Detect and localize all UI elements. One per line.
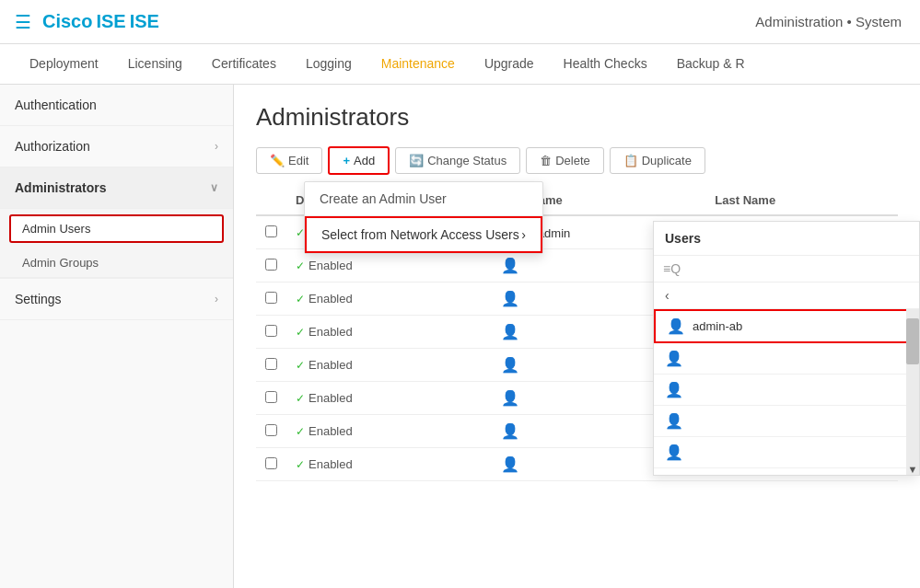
row-checkbox[interactable] (265, 391, 277, 403)
delete-label: Delete (555, 154, 590, 167)
add-label: Add (354, 154, 375, 167)
users-panel-header: Users (654, 222, 919, 256)
nav-logging[interactable]: Logging (291, 44, 367, 85)
user-icon: 👤 (501, 456, 519, 472)
users-panel: Users ≡Q ‹ 👤 admin-ab 👤 👤 (653, 221, 920, 476)
logo-ise: ISE (96, 11, 125, 32)
delete-button[interactable]: 🗑 Delete (526, 147, 604, 174)
chevron-right-icon: › (521, 227, 526, 242)
logo-ise-text: ISE (130, 11, 159, 32)
sidebar-item-label: Authorization (15, 139, 90, 154)
user-list-item-admin-ab[interactable]: 👤 admin-ab (654, 309, 919, 343)
logo: Cisco ISE ISE (42, 11, 159, 32)
sidebar-item-label: Settings (15, 292, 62, 306)
scrollbar-thumb[interactable] (906, 318, 919, 364)
content-area: Administrators ✏️ Edit + Add 🔄 Change St… (234, 85, 920, 588)
change-status-label: Change Status (427, 154, 507, 167)
user-list-item-label: admin-ab (693, 319, 742, 333)
sidebar-item-authentication[interactable]: Authentication (0, 85, 233, 126)
duplicate-button[interactable]: 📋 Duplicate (610, 147, 705, 174)
edit-button[interactable]: ✏️ Edit (256, 147, 322, 174)
row-checkbox[interactable] (265, 325, 277, 337)
edit-label: Edit (288, 154, 309, 167)
nav-deployment[interactable]: Deployment (15, 44, 113, 85)
nav-upgrade[interactable]: Upgrade (470, 44, 549, 85)
check-icon: ✓ (296, 392, 305, 405)
top-bar: ☰ Cisco ISE ISE Administration • System (0, 0, 920, 44)
delete-icon: 🗑 (540, 154, 552, 167)
select-from-network-option[interactable]: Select from Network Access Users › (305, 216, 542, 253)
row-checkbox[interactable] (265, 358, 277, 370)
duplicate-icon: 📋 (623, 154, 638, 167)
check-icon: ✓ (296, 293, 305, 306)
chevron-right-icon: › (215, 140, 218, 153)
nav-certificates[interactable]: Certificates (197, 44, 291, 85)
row-checkbox[interactable] (265, 457, 277, 469)
row-checkbox[interactable] (265, 259, 277, 271)
check-icon: ✓ (296, 259, 305, 272)
main-layout: Authentication Authorization › Administr… (0, 85, 920, 588)
users-back-button[interactable]: ‹ (654, 282, 919, 309)
chevron-right-icon: › (215, 293, 218, 306)
sidebar-item-administrators[interactable]: Administrators ∨ (0, 167, 233, 209)
chevron-down-icon: ∨ (210, 181, 218, 194)
add-button[interactable]: + Add (328, 146, 390, 175)
user-list-item[interactable]: 👤 (654, 468, 919, 475)
user-icon: 👤 (665, 412, 683, 430)
edit-icon: ✏️ (270, 154, 285, 167)
secondary-nav: Deployment Licensing Certificates Loggin… (0, 44, 920, 85)
sidebar-item-admin-users[interactable]: Admin Users (9, 214, 224, 243)
nav-maintenance[interactable]: Maintenance (367, 44, 470, 85)
scrollbar-down-button[interactable]: ▼ (906, 464, 919, 475)
user-icon: 👤 (665, 350, 683, 367)
change-status-icon: 🔄 (409, 154, 424, 167)
user-icon: 👤 (501, 390, 519, 406)
users-search: ≡Q (654, 256, 919, 282)
user-list-item[interactable]: 👤 (654, 343, 919, 375)
user-list-item[interactable]: 👤 (654, 406, 919, 437)
user-icon: 👤 (665, 444, 683, 461)
select-from-network-label: Select from Network Access Users (321, 227, 519, 242)
sidebar-item-admin-groups[interactable]: Admin Groups (0, 248, 233, 278)
user-icon: 👤 (501, 258, 519, 273)
sidebar: Authentication Authorization › Administr… (0, 85, 234, 588)
row-checkbox[interactable] (265, 424, 277, 436)
duplicate-label: Duplicate (642, 154, 692, 167)
toolbar: ✏️ Edit + Add 🔄 Change Status 🗑 Delete 📋… (256, 146, 898, 175)
sidebar-item-label: Administrators (15, 180, 107, 195)
user-list-item[interactable]: 👤 (654, 375, 919, 406)
sidebar-item-label: Authentication (15, 98, 97, 112)
users-list: 👤 admin-ab 👤 👤 👤 👤 (654, 309, 919, 475)
plus-icon: + (343, 154, 350, 167)
check-icon: ✓ (296, 326, 305, 339)
user-icon: 👤 (501, 423, 519, 439)
check-icon: ✓ (296, 425, 305, 438)
user-icon: 👤 (501, 324, 519, 340)
nav-backup[interactable]: Backup & R (662, 44, 760, 85)
scrollbar-track: ▼ (906, 309, 919, 475)
row-checkbox[interactable] (265, 292, 277, 304)
sidebar-item-authorization[interactable]: Authorization › (0, 126, 233, 167)
page-title: Administrators (256, 103, 898, 132)
user-icon: 👤 (501, 357, 519, 373)
user-icon: 👤 (667, 317, 685, 335)
change-status-button[interactable]: 🔄 Change Status (395, 147, 520, 174)
nav-health-checks[interactable]: Health Checks (549, 44, 662, 85)
logo-cisco: Cisco (42, 11, 92, 32)
menu-icon[interactable]: ☰ (15, 11, 31, 33)
user-icon: 👤 (665, 381, 683, 398)
col-select (256, 186, 286, 215)
top-title: Administration • System (755, 14, 902, 29)
user-list-item[interactable]: 👤 (654, 437, 919, 468)
row-checkbox[interactable] (265, 225, 277, 237)
create-admin-user-option[interactable]: Create an Admin User (305, 182, 542, 215)
col-last-name: Last Name (705, 186, 898, 215)
sidebar-item-settings[interactable]: Settings › (0, 279, 233, 320)
nav-licensing[interactable]: Licensing (113, 44, 197, 85)
check-icon: ✓ (296, 458, 305, 471)
user-icon: 👤 (501, 291, 519, 306)
check-icon: ✓ (296, 359, 305, 372)
add-dropdown-menu: Create an Admin User Select from Network… (304, 181, 543, 254)
filter-search-icon: ≡Q (663, 261, 681, 276)
